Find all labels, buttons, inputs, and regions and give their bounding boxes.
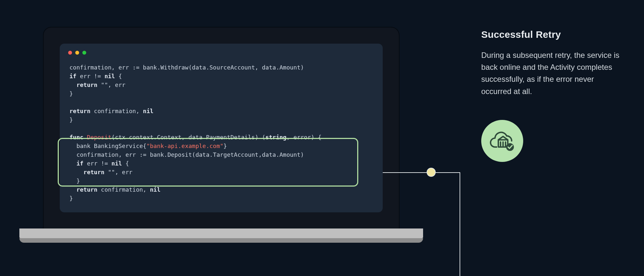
keyword-if: if	[69, 73, 77, 80]
type-string: string	[265, 134, 286, 141]
keyword-return: return	[77, 81, 98, 88]
code-text: {	[115, 73, 122, 80]
keyword-nil: nil	[104, 73, 115, 80]
code-line: confirmation, err := bank.Withdraw(data.…	[69, 64, 304, 71]
keyword-return: return	[69, 108, 90, 114]
cloud-bank-check-icon	[488, 127, 516, 155]
code-window: confirmation, err := bank.Withdraw(data.…	[60, 44, 383, 212]
close-icon	[68, 51, 72, 55]
keyword-func: func	[69, 134, 83, 141]
keyword-nil: nil	[150, 186, 161, 193]
code-text: }	[69, 90, 73, 97]
code-text: }	[223, 143, 227, 149]
string-literal: "bank-api.example.com"	[146, 143, 223, 149]
code-text: ""	[108, 169, 115, 175]
code-text: err !=	[83, 160, 111, 167]
zoom-icon	[82, 51, 86, 55]
keyword-if: if	[77, 160, 84, 167]
connector-node-icon	[427, 168, 436, 177]
code-text: , err	[115, 169, 132, 175]
keyword-return: return	[77, 186, 98, 193]
code-text: , error) {	[286, 134, 321, 141]
code-text: err !=	[77, 73, 105, 80]
laptop-mock: confirmation, err := bank.Withdraw(data.…	[32, 27, 410, 238]
window-traffic-lights	[68, 51, 373, 55]
laptop-screen: confirmation, err := bank.Withdraw(data.…	[44, 27, 399, 228]
code-text: }	[77, 177, 80, 184]
code-text: , err	[108, 81, 125, 88]
code-text: bank BankingService{	[69, 143, 146, 149]
func-name-deposit: Deposit	[87, 134, 111, 141]
sidebar-body: During a subsequent retry, the service i…	[481, 49, 623, 97]
code-line: confirmation, err := bank.Deposit(data.T…	[69, 151, 304, 158]
code-text: {	[122, 160, 129, 167]
keyword-nil: nil	[111, 160, 122, 167]
keyword-return: return	[83, 169, 104, 175]
code-text: confirmation,	[90, 108, 143, 114]
explainer-sidebar: Successful Retry During a subsequent ret…	[481, 29, 623, 162]
code-text: ""	[101, 81, 108, 88]
sidebar-title: Successful Retry	[481, 29, 623, 40]
code-text: }	[69, 116, 73, 123]
success-badge	[481, 120, 523, 162]
laptop-base	[19, 228, 423, 238]
keyword-nil: nil	[143, 108, 154, 114]
code-text: }	[69, 195, 73, 202]
minimize-icon	[75, 51, 79, 55]
code-text: (ctx context.Context, data PaymentDetail…	[111, 134, 265, 141]
code-block: confirmation, err := bank.Withdraw(data.…	[69, 63, 373, 203]
code-text: confirmation,	[98, 186, 150, 193]
